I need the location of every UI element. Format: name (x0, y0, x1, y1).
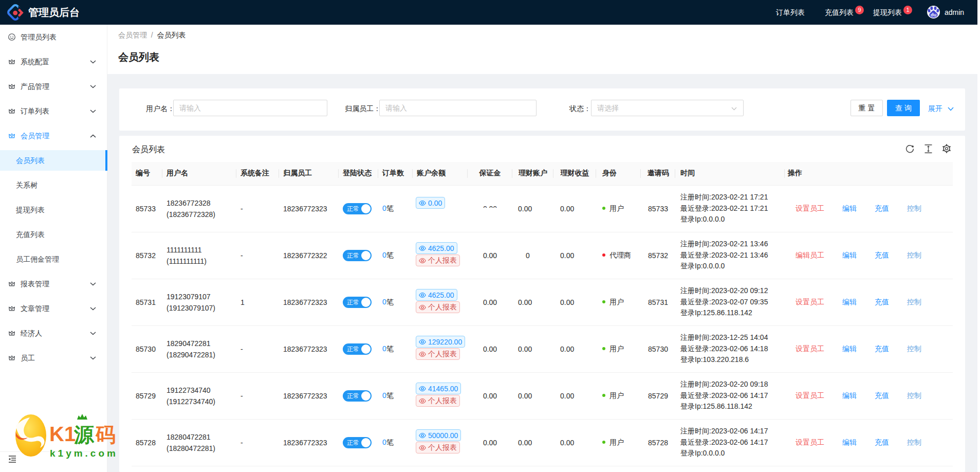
svg-text:K1: K1 (49, 423, 76, 445)
svg-text:码: 码 (95, 424, 116, 446)
svg-text:du: du (931, 12, 937, 17)
svg-text:k1ym.com: k1ym.com (50, 448, 118, 459)
svg-text:源: 源 (73, 424, 95, 446)
